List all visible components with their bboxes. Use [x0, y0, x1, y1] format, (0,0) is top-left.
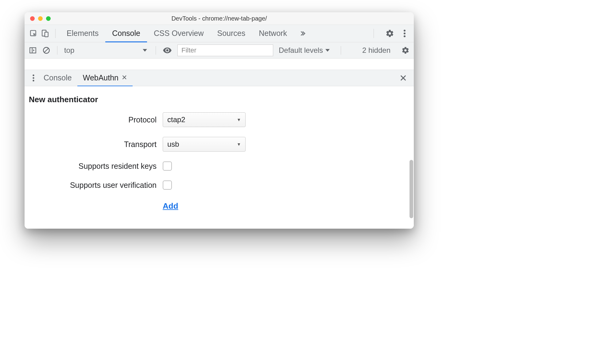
protocol-select[interactable]: ctap2 ▼	[163, 112, 246, 127]
svg-point-10	[33, 75, 34, 76]
kebab-menu-icon[interactable]	[402, 29, 408, 38]
window-title: DevTools - chrome://new-tab-page/	[25, 15, 414, 22]
row-add: Add	[25, 201, 414, 211]
titlebar: DevTools - chrome://new-tab-page/	[25, 12, 414, 25]
drawer-tabstrip: Console WebAuthn ✕ ✕	[25, 70, 414, 86]
tab-label: Sources	[217, 29, 246, 38]
inspect-element-icon[interactable]	[28, 29, 39, 37]
row-protocol: Protocol ctap2 ▼	[25, 112, 414, 127]
live-expression-icon[interactable]	[163, 46, 172, 55]
chevron-down-icon	[143, 48, 147, 52]
tab-console[interactable]: Console	[105, 25, 147, 42]
svg-point-11	[33, 77, 34, 79]
maximize-window-button[interactable]	[46, 16, 51, 21]
user-verification-checkbox[interactable]	[163, 180, 172, 190]
drawer-tab-label: WebAuthn	[83, 73, 118, 82]
separator	[374, 29, 374, 38]
chevron-down-icon	[325, 48, 330, 52]
label-resident-keys: Supports resident keys	[25, 162, 157, 171]
window-controls	[25, 16, 51, 21]
drawer-more-icon[interactable]	[29, 74, 38, 82]
devtools-window: DevTools - chrome://new-tab-page/ Elemen…	[25, 12, 414, 229]
separator	[341, 46, 341, 55]
row-resident-keys: Supports resident keys	[25, 161, 414, 171]
drawer-tab-console[interactable]: Console	[38, 70, 77, 87]
hidden-messages-count[interactable]: 2 hidden	[362, 46, 390, 55]
transport-value: usb	[167, 140, 179, 149]
log-levels-dropdown[interactable]: Default levels	[279, 46, 330, 55]
close-tab-icon[interactable]: ✕	[122, 74, 127, 81]
separator	[156, 46, 156, 55]
webauthn-pane: New authenticator Protocol ctap2 ▼ Trans…	[25, 86, 414, 229]
drawer-tab-label: Console	[44, 73, 72, 82]
svg-point-12	[33, 80, 34, 81]
label-protocol: Protocol	[25, 115, 157, 124]
execution-context-dropdown[interactable]: top	[64, 45, 149, 56]
svg-line-9	[45, 48, 49, 52]
settings-icon[interactable]	[386, 29, 394, 38]
tab-css-overview[interactable]: CSS Overview	[147, 25, 211, 42]
tab-label: Network	[259, 29, 287, 38]
svg-rect-2	[45, 32, 48, 37]
filter-input[interactable]	[177, 45, 273, 56]
resident-keys-checkbox[interactable]	[163, 161, 172, 171]
label-transport: Transport	[25, 140, 157, 149]
separator	[57, 46, 57, 55]
clear-console-icon[interactable]	[42, 46, 50, 54]
add-button[interactable]: Add	[163, 201, 178, 211]
minimize-window-button[interactable]	[38, 16, 43, 21]
svg-rect-6	[30, 48, 36, 53]
log-levels-value: Default levels	[279, 46, 323, 55]
tab-label: CSS Overview	[154, 29, 204, 38]
console-toolbar: top Default levels 2 hidden	[25, 42, 414, 59]
tab-network[interactable]: Network	[252, 25, 294, 42]
drawer-tab-webauthn[interactable]: WebAuthn ✕	[77, 70, 133, 87]
chevron-down-icon: ▼	[237, 142, 241, 147]
row-user-verification: Supports user verification	[25, 180, 414, 190]
close-drawer-icon[interactable]: ✕	[397, 73, 410, 83]
tab-label: Elements	[67, 29, 99, 38]
tab-sources[interactable]: Sources	[211, 25, 252, 42]
console-sidebar-toggle-icon[interactable]	[29, 46, 37, 54]
label-user-verification: Supports user verification	[25, 181, 157, 190]
section-heading: New authenticator	[29, 95, 414, 104]
transport-select[interactable]: usb ▼	[163, 137, 246, 152]
console-settings-icon[interactable]	[402, 46, 410, 54]
svg-point-4	[404, 33, 406, 34]
tab-elements[interactable]: Elements	[60, 25, 105, 42]
main-tabstrip: Elements Console CSS Overview Sources Ne…	[25, 25, 414, 42]
console-output-area	[25, 59, 414, 70]
svg-point-5	[404, 35, 406, 37]
row-transport: Transport usb ▼	[25, 137, 414, 152]
chevron-down-icon: ▼	[237, 117, 241, 122]
more-tabs-icon[interactable]	[294, 30, 310, 37]
device-toggle-icon[interactable]	[39, 29, 51, 37]
protocol-value: ctap2	[167, 115, 185, 124]
svg-point-3	[404, 30, 406, 32]
separator	[55, 29, 56, 38]
tab-label: Console	[112, 29, 140, 38]
close-window-button[interactable]	[30, 16, 35, 21]
authenticator-form: Protocol ctap2 ▼ Transport usb ▼ Support…	[25, 112, 414, 211]
execution-context-value: top	[64, 46, 74, 55]
